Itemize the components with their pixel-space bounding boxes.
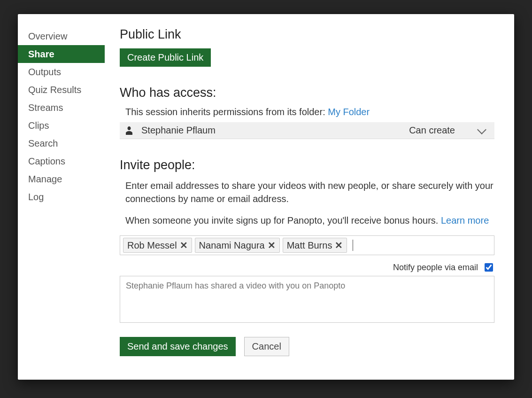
user-icon <box>125 126 133 135</box>
sidebar-item-outputs[interactable]: Outputs <box>18 63 105 81</box>
message-textarea[interactable] <box>120 276 494 323</box>
notify-row: Notify people via email <box>120 262 494 273</box>
invitee-tag: Matt Burns ✕ <box>283 238 347 253</box>
chevron-down-icon[interactable] <box>477 125 486 134</box>
notify-label: Notify people via email <box>393 263 478 273</box>
sidebar-item-quiz-results[interactable]: Quiz Results <box>18 81 105 99</box>
remove-tag-icon[interactable]: ✕ <box>180 240 188 251</box>
inherit-prefix: This session inherits permissions from i… <box>125 107 328 117</box>
sidebar-item-streams[interactable]: Streams <box>18 99 105 117</box>
action-row: Send and save changes Cancel <box>120 337 494 356</box>
sidebar-item-share[interactable]: Share <box>18 45 105 63</box>
invitee-tag: Nanami Nagura ✕ <box>195 238 280 253</box>
sidebar-item-clips[interactable]: Clips <box>18 117 105 134</box>
main-content: Public Link Create Public Link Who has a… <box>105 14 514 380</box>
learn-more-link[interactable]: Learn more <box>441 215 489 226</box>
invite-bonus-text: When someone you invite signs up for Pan… <box>125 215 441 226</box>
invite-title: Invite people: <box>120 158 494 172</box>
invitee-tag-label: Matt Burns <box>287 240 332 251</box>
public-link-title: Public Link <box>120 27 494 42</box>
invitees-input[interactable]: Rob Messel ✕ Nanami Nagura ✕ Matt Burns … <box>120 235 494 255</box>
invite-bonus-text-row: When someone you invite signs up for Pan… <box>125 214 494 227</box>
inherit-permissions-text: This session inherits permissions from i… <box>125 107 494 117</box>
remove-tag-icon[interactable]: ✕ <box>268 240 276 251</box>
access-permission-label: Can create <box>409 125 455 136</box>
sidebar-item-manage[interactable]: Manage <box>18 170 105 188</box>
share-dialog: Overview Share Outputs Quiz Results Stre… <box>18 14 514 380</box>
folder-link[interactable]: My Folder <box>328 107 370 117</box>
access-title: Who has access: <box>120 86 494 100</box>
sidebar-item-log[interactable]: Log <box>18 188 105 206</box>
access-user-name: Stephanie Pflaum <box>141 125 409 136</box>
create-public-link-button[interactable]: Create Public Link <box>120 48 211 67</box>
sidebar: Overview Share Outputs Quiz Results Stre… <box>18 14 105 380</box>
invite-description: Enter email addresses to share your vide… <box>125 179 494 205</box>
invitee-tag-label: Nanami Nagura <box>199 240 265 251</box>
remove-tag-icon[interactable]: ✕ <box>335 240 343 251</box>
access-row: Stephanie Pflaum Can create <box>120 122 494 139</box>
cancel-button[interactable]: Cancel <box>244 337 289 356</box>
send-button[interactable]: Send and save changes <box>120 337 236 356</box>
notify-checkbox[interactable] <box>485 263 493 272</box>
text-cursor <box>353 240 353 251</box>
invitee-tag-label: Rob Messel <box>127 240 177 251</box>
sidebar-item-overview[interactable]: Overview <box>18 27 105 45</box>
sidebar-item-search[interactable]: Search <box>18 134 105 152</box>
sidebar-item-captions[interactable]: Captions <box>18 152 105 170</box>
invitee-tag: Rob Messel ✕ <box>123 238 192 253</box>
